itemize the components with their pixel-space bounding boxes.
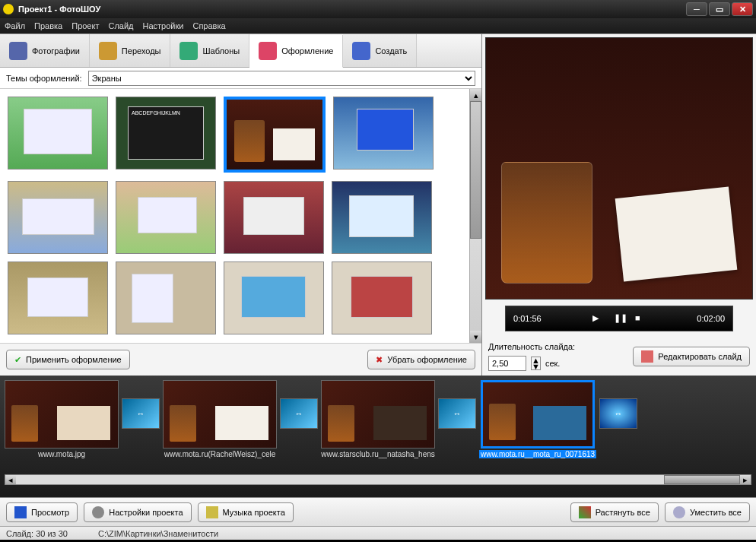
timeline-slide[interactable]: www.mota.jpg [5,380,119,458]
duration-input[interactable] [488,356,526,371]
check-icon: ✔ [14,355,21,365]
theme-thumb[interactable] [224,181,324,254]
camera-icon [9,42,27,60]
timeline-scrollbar[interactable]: ◂ ▸ [5,474,751,485]
tab-templates[interactable]: Шаблоны [170,34,249,67]
theme-thumbnails: ABCDEFGHIJKLMN [0,89,469,343]
titlebar: Проект1 - ФотоШОУ ─ ▭ ✕ [0,0,756,18]
preview-napkin [615,186,738,281]
status-slide-count: Слайд: 30 из 30 [6,529,68,538]
scroll-thumb[interactable] [664,475,740,484]
menubar: Файл Правка Проект Слайд Настройки Справ… [0,18,756,33]
project-settings-button[interactable]: Настройки проекта [84,502,191,522]
fit-all-button[interactable]: Уместить все [665,502,750,522]
menu-edit[interactable]: Правка [34,21,62,30]
expand-icon [579,506,591,518]
theme-thumb[interactable] [332,181,432,254]
preview-glass [501,162,592,284]
theme-thumb[interactable] [332,261,432,334]
transition-thumb[interactable] [122,398,160,429]
main-tabs: Фотографии Переходы Шаблоны Оформление С… [0,34,481,68]
monitor-icon [14,506,27,518]
tab-design[interactable]: Оформление [249,35,343,68]
theme-thumb[interactable]: ABCDEFGHIJKLMN [116,97,216,170]
theme-thumb[interactable] [116,181,216,254]
maximize-button[interactable]: ▭ [709,2,730,16]
duration-label: Длительность слайда: [488,342,627,351]
time-current: 0:01:56 [513,314,542,323]
theme-thumb[interactable] [8,181,108,254]
tab-transitions[interactable]: Переходы [90,34,171,67]
scroll-up-icon[interactable]: ▴ [470,89,481,101]
menu-project[interactable]: Проект [71,21,99,30]
project-music-button[interactable]: Музыка проекта [198,502,294,522]
theme-thumb[interactable] [116,261,216,334]
remove-theme-button[interactable]: ✖Убрать оформление [367,350,475,369]
edit-icon [641,350,653,363]
pause-button[interactable]: ❚❚ [614,313,624,324]
gear-icon [92,506,104,518]
scroll-thumb[interactable] [470,101,481,239]
preview-area [485,37,753,300]
play-button[interactable]: ▶ [592,313,603,324]
theme-dropdown[interactable]: Экраны [88,71,475,86]
scroll-down-icon[interactable]: ▾ [470,331,481,343]
thumbs-scrollbar[interactable]: ▴ ▾ [469,89,481,343]
scroll-left-icon[interactable]: ◂ [5,475,16,484]
theme-thumb-selected[interactable] [224,97,326,173]
book-icon [179,42,198,60]
menu-file[interactable]: Файл [5,21,25,30]
menu-slide[interactable]: Слайд [108,21,133,30]
menu-help[interactable]: Справка [192,21,225,30]
menu-settings[interactable]: Настройки [143,21,184,30]
transition-thumb[interactable] [599,398,637,429]
player-controls: 0:01:56 ▶ ❚❚ ■ 0:02:00 [505,306,733,331]
timeline-slide-selected[interactable]: www.mota.ru__mota_ru_0071613 [479,380,596,458]
timeline-slide[interactable]: www.starsclub.ru__natasha_hens [321,380,435,458]
tab-photos[interactable]: Фотографии [0,34,90,67]
palette-icon [259,42,277,60]
time-total: 0:02:00 [697,314,725,323]
theme-thumb[interactable] [8,261,108,334]
x-icon: ✖ [376,355,383,365]
transition-thumb[interactable] [280,398,318,429]
fit-icon [673,506,685,518]
preview-button[interactable]: Просмотр [6,502,78,522]
stop-button[interactable]: ■ [635,313,646,324]
duration-unit: сек. [545,359,561,368]
spin-down[interactable]: ▼ [532,363,540,369]
theme-label: Темы оформлений: [6,74,82,83]
timeline-slide[interactable]: www.mota.ru(RachelWeisz)_cele [163,380,277,458]
scroll-right-icon[interactable]: ▸ [740,475,751,484]
theme-thumb[interactable] [224,261,324,334]
videocam-icon [352,42,370,60]
stretch-all-button[interactable]: Растянуть все [570,502,659,522]
app-icon [3,4,14,14]
close-button[interactable]: ✕ [732,2,753,16]
music-icon [206,506,218,518]
edit-slide-button[interactable]: Редактировать слайд [633,347,750,366]
theme-thumb[interactable] [8,97,108,170]
timeline: www.mota.jpg www.mota.ru(RachelWeisz)_ce… [5,380,751,471]
hat-icon [99,42,117,60]
apply-theme-button[interactable]: ✔Применить оформление [6,350,130,369]
status-path: C:\ZIM\Картинки\Знаменитости [98,529,218,538]
status-bar: Слайд: 30 из 30 C:\ZIM\Картинки\Знаменит… [0,526,756,540]
theme-thumb[interactable] [333,97,434,170]
minimize-button[interactable]: ─ [686,2,707,16]
tab-create[interactable]: Создать [343,34,417,67]
window-title: Проект1 - ФотоШОУ [18,5,686,14]
transition-thumb[interactable] [438,398,476,429]
